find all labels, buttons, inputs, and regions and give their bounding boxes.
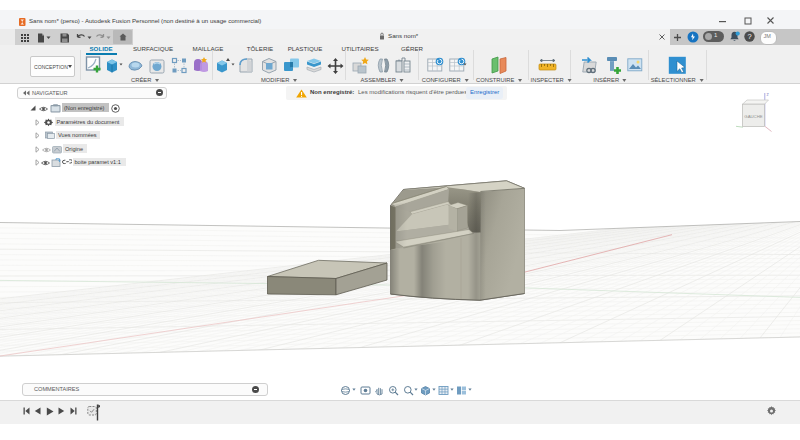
svg-text:z: z xyxy=(767,92,770,97)
svg-text:?: ? xyxy=(747,32,751,41)
svg-text:GAUCHE: GAUCHE xyxy=(744,114,763,119)
